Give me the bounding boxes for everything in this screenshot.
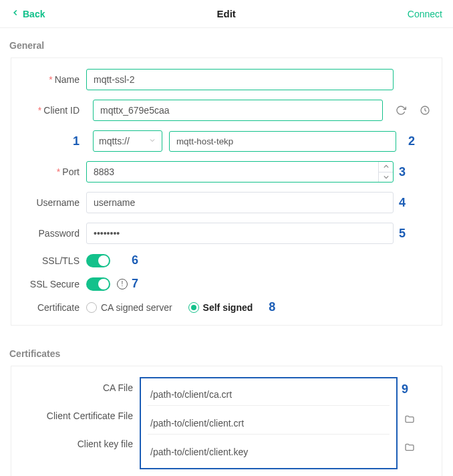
page-title: Edit bbox=[216, 8, 235, 19]
refresh-icon[interactable] bbox=[395, 104, 407, 116]
radio-ca-signed[interactable] bbox=[86, 302, 97, 313]
annotation-marker-1: 1 bbox=[22, 134, 86, 148]
client-key-file-input[interactable] bbox=[148, 441, 390, 463]
info-icon[interactable]: ! bbox=[117, 279, 128, 289]
row-client-id: *Client ID bbox=[22, 100, 431, 121]
section-header-certificates: Certificates bbox=[0, 336, 453, 366]
label-client-id: *Client ID bbox=[22, 105, 86, 116]
stepper-down[interactable] bbox=[379, 172, 393, 183]
annotation-marker-3: 3 bbox=[399, 165, 406, 179]
annotation-marker-7: 7 bbox=[132, 277, 138, 291]
cert-labels-column: CA File Client Certificate File Client k… bbox=[22, 377, 140, 469]
name-input[interactable] bbox=[86, 69, 394, 90]
clock-icon[interactable] bbox=[419, 104, 431, 116]
radio-self-signed[interactable] bbox=[188, 302, 199, 313]
file-icons-column: 9 bbox=[398, 377, 415, 469]
scheme-value: mqtts:// bbox=[99, 136, 130, 146]
topbar: Back Edit Connect bbox=[0, 0, 453, 28]
back-label: Back bbox=[23, 9, 45, 19]
back-button[interactable]: Back bbox=[11, 8, 45, 19]
label-client-key-file: Client key file bbox=[22, 439, 133, 449]
panel-general: *Name *Client ID 1 mqtts:// 2 *Port bbox=[11, 57, 442, 326]
row-name: *Name bbox=[22, 69, 431, 90]
username-input[interactable] bbox=[86, 192, 394, 213]
chevron-down-icon bbox=[148, 136, 156, 146]
row-ssl-secure: SSL Secure ! 7 bbox=[22, 277, 431, 291]
label-name: *Name bbox=[22, 74, 86, 85]
host-input[interactable] bbox=[169, 131, 396, 152]
ssl-secure-toggle[interactable] bbox=[86, 277, 110, 291]
row-certificate: Certificate CA signed server Self signed… bbox=[22, 300, 431, 314]
row-password: Password 5 bbox=[22, 223, 431, 244]
client-cert-file-input[interactable] bbox=[148, 412, 390, 435]
folder-icon[interactable] bbox=[404, 414, 415, 425]
connect-button[interactable]: Connect bbox=[408, 9, 442, 19]
port-input-wrapper bbox=[86, 161, 394, 183]
port-input[interactable] bbox=[87, 162, 378, 182]
label-client-cert-file: Client Certificate File bbox=[22, 410, 133, 421]
file-inputs-group bbox=[140, 377, 398, 469]
required-marker: * bbox=[38, 105, 41, 116]
section-header-general: General bbox=[0, 28, 453, 57]
chevron-left-icon bbox=[11, 8, 20, 19]
annotation-marker-9: 9 bbox=[402, 382, 415, 396]
label-certificate: Certificate bbox=[22, 302, 86, 313]
label-ssl-secure: SSL Secure bbox=[22, 279, 86, 289]
toggle-knob bbox=[98, 255, 109, 266]
toggle-knob bbox=[98, 279, 109, 289]
label-port: *Port bbox=[22, 166, 86, 177]
annotation-marker-4: 4 bbox=[399, 196, 406, 210]
scheme-select[interactable]: mqtts:// bbox=[93, 130, 162, 152]
annotation-marker-5: 5 bbox=[399, 227, 406, 241]
radio-label-ca-signed[interactable]: CA signed server bbox=[101, 302, 172, 313]
label-ssl-tls: SSL/TLS bbox=[22, 255, 86, 266]
ca-file-input[interactable] bbox=[148, 384, 390, 406]
radio-label-self-signed[interactable]: Self signed bbox=[203, 302, 253, 313]
annotation-marker-8: 8 bbox=[269, 300, 275, 314]
stepper-up[interactable] bbox=[379, 162, 393, 172]
required-marker: * bbox=[49, 74, 52, 85]
row-ssl-tls: SSL/TLS 6 bbox=[22, 253, 431, 267]
client-id-input[interactable] bbox=[93, 100, 383, 121]
ssl-tls-toggle[interactable] bbox=[86, 254, 110, 267]
cert-files-row: CA File Client Certificate File Client k… bbox=[22, 377, 415, 469]
panel-certificates: CA File Client Certificate File Client k… bbox=[11, 366, 442, 476]
label-ca-file: CA File bbox=[22, 382, 133, 393]
row-username: Username 4 bbox=[22, 192, 431, 213]
password-input[interactable] bbox=[86, 223, 394, 244]
row-host: 1 mqtts:// 2 bbox=[22, 130, 431, 152]
required-marker: * bbox=[57, 166, 60, 177]
annotation-marker-6: 6 bbox=[132, 253, 138, 267]
annotation-marker-2: 2 bbox=[408, 134, 415, 148]
label-password: Password bbox=[22, 228, 86, 239]
port-stepper bbox=[378, 162, 393, 182]
label-username: Username bbox=[22, 197, 86, 208]
row-port: *Port 3 bbox=[22, 161, 431, 183]
folder-icon[interactable] bbox=[404, 442, 415, 453]
